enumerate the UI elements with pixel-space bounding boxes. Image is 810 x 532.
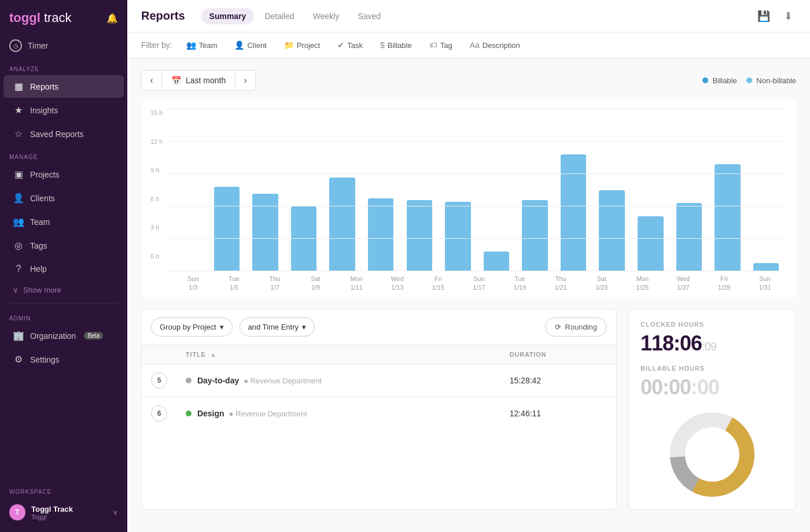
chart-x-labels: Sun1/3Tue1/5Thu1/7Sat1/9Mon1/11Wed1/13Fr… <box>171 271 787 297</box>
admin-section-label: ADMIN <box>0 307 127 324</box>
settings-icon: ⚙ <box>13 354 24 365</box>
non-billable-legend-label: Non-billable <box>756 76 796 85</box>
tab-saved[interactable]: Saved <box>349 8 389 24</box>
filter-task[interactable]: ✔ Task <box>334 38 366 52</box>
prev-date-button[interactable]: ‹ <box>141 70 162 91</box>
x-label: Tue1/5 <box>215 275 254 293</box>
project-name: Day-to-day <box>197 376 239 385</box>
analyze-section-label: ANALYZE <box>0 58 127 75</box>
header-tabs: Summary Detailed Weekly Saved <box>201 8 389 24</box>
chart-bar <box>522 200 548 271</box>
workspace-label: WORKSPACE <box>3 485 124 498</box>
time-entry-button[interactable]: and Time Entry ▾ <box>240 317 315 337</box>
filter-bar: Filter by: 👥 Team 👤 Client 📁 Project ✔ T… <box>127 32 810 58</box>
sidebar-item-clients[interactable]: 👤 Clients <box>3 187 124 209</box>
next-date-button[interactable]: › <box>235 70 256 91</box>
row-expand-cell: 6 <box>142 397 176 430</box>
date-nav: ‹ 📅 Last month › Billable Non-billable <box>141 70 796 91</box>
sidebar-divider <box>9 303 118 304</box>
beta-badge: Beta <box>84 332 103 339</box>
chart-bar <box>676 203 702 271</box>
chart-bar-col <box>247 109 284 271</box>
timer-circle-icon: ◷ <box>9 39 22 52</box>
task-filter-icon: ✔ <box>337 40 344 50</box>
manage-section-label: MANAGE <box>0 146 127 162</box>
chart-bar-col <box>324 109 361 271</box>
filter-project[interactable]: 📁 Project <box>281 38 323 52</box>
billable-legend-label: Billable <box>713 76 737 85</box>
x-label: Wed1/27 <box>664 275 703 293</box>
non-billable-legend-item: Non-billable <box>746 76 796 85</box>
project-name: Design <box>197 409 224 418</box>
row-expand-button[interactable]: 6 <box>151 405 167 422</box>
sidebar-item-tags[interactable]: ◎ Tags <box>3 234 124 257</box>
chart-bar-col <box>170 109 207 271</box>
show-more-item[interactable]: ∨ Show more <box>3 281 124 299</box>
group-by-button[interactable]: Group by Project ▾ <box>151 317 233 337</box>
content-area: ‹ 📅 Last month › Billable Non-billable <box>127 58 810 532</box>
filter-tag[interactable]: 🏷 Tag <box>426 38 456 52</box>
download-button[interactable]: ⬇ <box>780 8 796 25</box>
table-row[interactable]: 5 Day-to-day ● Revenue Department 15:28:… <box>142 364 616 397</box>
table-toolbar: Group by Project ▾ and Time Entry ▾ ⟳ Ro… <box>142 309 616 345</box>
calendar-icon: 📅 <box>171 76 181 85</box>
x-label: Sun1/3 <box>174 275 213 293</box>
table-row[interactable]: 6 Design ● Revenue Department 12:46:11 <box>142 397 616 430</box>
filter-billable[interactable]: $ Billable <box>377 38 415 52</box>
chart-bar-col <box>208 109 245 271</box>
x-label: Sat1/23 <box>582 275 621 293</box>
sidebar-item-insights[interactable]: ★ Insights <box>3 99 124 121</box>
x-label: Mon1/25 <box>623 275 662 293</box>
sidebar-item-label: Saved Reports <box>30 130 84 139</box>
team-icon: 👥 <box>13 216 24 227</box>
chart-bar-col <box>478 109 515 271</box>
row-expand-cell: 5 <box>142 364 176 397</box>
chart-bar <box>561 154 587 271</box>
tab-weekly[interactable]: Weekly <box>305 8 348 24</box>
tags-icon: ◎ <box>13 240 24 251</box>
filter-billable-label: Billable <box>388 41 412 50</box>
sidebar-item-settings[interactable]: ⚙ Settings <box>3 348 124 371</box>
x-label: Wed1/13 <box>378 275 417 293</box>
table-section: Group by Project ▾ and Time Entry ▾ ⟳ Ro… <box>141 309 617 510</box>
sidebar-item-label: Insights <box>30 106 58 115</box>
rounding-button[interactable]: ⟳ Rounding <box>545 317 607 337</box>
filter-by-label: Filter by: <box>141 40 172 50</box>
lower-section: Group by Project ▾ and Time Entry ▾ ⟳ Ro… <box>141 309 796 510</box>
tab-summary[interactable]: Summary <box>201 8 255 24</box>
workspace-item[interactable]: T Toggl Track Toggl ∨ <box>3 498 124 526</box>
save-report-button[interactable]: 💾 <box>754 8 774 25</box>
project-filter-icon: 📁 <box>284 40 294 50</box>
x-label: Sat1/9 <box>296 275 336 293</box>
col-title[interactable]: TITLE ▲ <box>176 345 500 364</box>
filter-client[interactable]: 👤 Client <box>231 38 270 52</box>
sidebar-item-team[interactable]: 👥 Team <box>3 210 124 233</box>
chart-bar-col <box>362 109 399 271</box>
bar-chart: 0 h 3 h 6 h 9 h 12 h 15 h <box>141 100 796 297</box>
sidebar-item-help[interactable]: ? Help <box>3 258 124 280</box>
timer-item[interactable]: ◷ Timer <box>0 34 127 58</box>
data-table: TITLE ▲ DURATION 5 Day-to-day ● Revenue … <box>142 345 616 430</box>
tab-detailed[interactable]: Detailed <box>256 8 302 24</box>
filter-team[interactable]: 👥 Team <box>183 38 221 52</box>
y-label-6: 6 h <box>150 195 163 202</box>
chart-bar <box>291 206 317 271</box>
sidebar-item-saved-reports[interactable]: ☆ Saved Reports <box>3 123 124 145</box>
sidebar-item-projects[interactable]: ▣ Projects <box>3 163 124 186</box>
x-label: Thu1/7 <box>255 275 294 293</box>
filter-description[interactable]: Aa Description <box>466 38 524 52</box>
clocked-main: 118:06 <box>640 331 702 355</box>
x-label: Sun1/17 <box>459 275 499 293</box>
x-label: Fri1/15 <box>419 275 458 293</box>
sidebar-item-organization[interactable]: 🏢 Organization Beta <box>3 324 124 347</box>
sidebar-item-reports[interactable]: ▦ Reports <box>3 75 124 98</box>
project-color-dot <box>186 378 192 383</box>
row-expand-button[interactable]: 5 <box>151 372 167 389</box>
filter-project-label: Project <box>297 41 320 50</box>
clocked-sec-val: 09 <box>705 340 716 353</box>
bell-icon[interactable]: 🔔 <box>106 13 118 24</box>
date-range-button[interactable]: 📅 Last month <box>162 70 235 91</box>
chart-bar-col <box>709 109 746 271</box>
sidebar-item-label: Tags <box>30 241 47 250</box>
sidebar-item-label: Reports <box>30 82 58 91</box>
